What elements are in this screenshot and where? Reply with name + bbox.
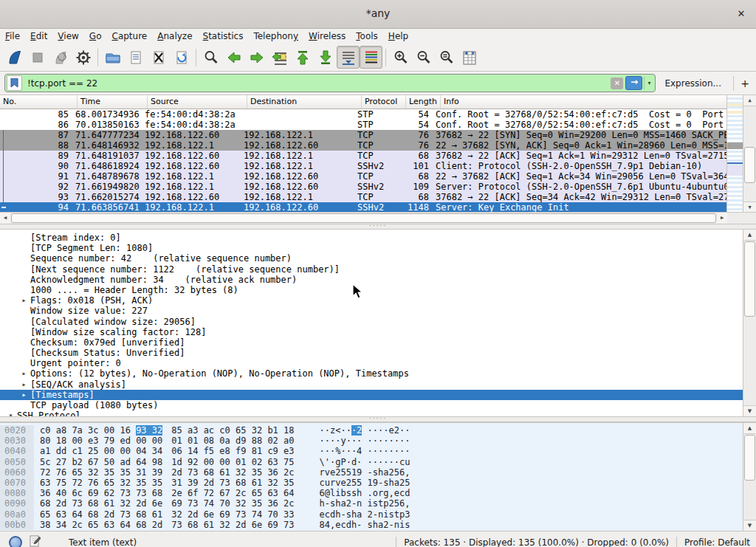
- detail-line[interactable]: ▸[SEQ/ACK analysis]: [0, 379, 743, 390]
- packet-list-hscrollbar[interactable]: ◀ ▶: [0, 212, 727, 224]
- details-vscrollbar[interactable]: ▲ ▼: [743, 230, 756, 416]
- scrollbar-thumb[interactable]: [744, 435, 755, 481]
- filter-history-chevron-icon[interactable]: ▾: [644, 77, 653, 89]
- resize-columns-icon[interactable]: [458, 46, 481, 69]
- detail-line[interactable]: [Checksum Status: Unverified]: [0, 348, 743, 358]
- scrollbar-thumb[interactable]: [744, 241, 755, 317]
- hex-row-0040[interactable]: 0040a1 dd c1 25 00 00 04 3406 14 f5 e8 f…: [0, 446, 743, 456]
- packet-row-94[interactable]: 9471.663856741192.168.122.1192.168.122.6…: [0, 202, 727, 213]
- packet-row-87[interactable]: 8771.647777234192.168.122.60192.168.122.…: [0, 130, 727, 140]
- filter-clear-icon[interactable]: ✕: [611, 78, 623, 89]
- go-to-bottom-icon[interactable]: [314, 46, 337, 69]
- reload-file-icon[interactable]: [170, 46, 193, 69]
- pane-splitter[interactable]: ·····: [0, 416, 756, 422]
- detail-line[interactable]: Urgent pointer: 0: [0, 358, 743, 368]
- hex-row-0080[interactable]: 008036 40 6c 69 62 73 73 682e 6f 72 67 2…: [0, 488, 743, 498]
- detail-line[interactable]: Acknowledgment number: 34 (relative ack …: [0, 275, 743, 285]
- go-to-packet-icon[interactable]: [268, 46, 291, 69]
- detail-line[interactable]: ▸[Timestamps]: [0, 390, 743, 400]
- scroll-up-icon[interactable]: ▲: [743, 95, 756, 106]
- display-filter-input[interactable]: [26, 74, 611, 92]
- detail-line[interactable]: [Calculated window size: 29056]: [0, 317, 743, 327]
- go-forward-icon[interactable]: [245, 46, 268, 69]
- save-file-icon[interactable]: [124, 46, 147, 69]
- display-filter-box[interactable]: ✕ → ▾: [4, 74, 656, 92]
- close-icon[interactable]: ✕: [734, 7, 749, 21]
- hex-row-0020[interactable]: 0020c0 a8 7a 3c 00 16 93 3285 a3 ac c0 6…: [0, 425, 743, 436]
- restart-capture-icon[interactable]: [49, 46, 72, 69]
- menu-go[interactable]: Go: [84, 29, 107, 44]
- detail-line[interactable]: TCP payload (1080 bytes): [0, 400, 743, 410]
- detail-line[interactable]: ▸Flags: 0x018 (PSH, ACK): [0, 295, 743, 306]
- hex-row-00a0[interactable]: 00a065 63 64 68 2d 73 68 6132 2d 6e 69 7…: [0, 509, 743, 520]
- pane-splitter[interactable]: ·····: [0, 224, 756, 230]
- expanded-chevron-icon[interactable]: ▾: [4, 410, 17, 416]
- column-header-time[interactable]: Time: [78, 95, 148, 109]
- scroll-left-icon[interactable]: ◀: [0, 213, 10, 224]
- packet-row-93[interactable]: 9371.662015274192.168.122.60192.168.122.…: [0, 192, 727, 202]
- scroll-down-icon[interactable]: ▼: [743, 520, 756, 531]
- detail-line[interactable]: [Stream index: 0]: [0, 233, 743, 243]
- capture-options-icon[interactable]: [72, 46, 94, 69]
- packet-list-vscrollbar[interactable]: ▲ ▼: [743, 95, 756, 213]
- menu-telephony[interactable]: Telephony: [248, 29, 303, 44]
- menu-statistics[interactable]: Statistics: [198, 29, 249, 44]
- expression-button[interactable]: Expression...: [664, 78, 721, 89]
- zoom-in-icon[interactable]: [389, 46, 412, 69]
- auto-scroll-icon[interactable]: [337, 46, 360, 69]
- column-header-protocol[interactable]: Protocol: [362, 95, 406, 109]
- close-file-icon[interactable]: [147, 46, 170, 69]
- profile-label[interactable]: Profile: Default: [684, 537, 750, 547]
- column-header-source[interactable]: Source: [148, 95, 247, 109]
- zoom-original-icon[interactable]: [435, 46, 458, 69]
- collapsed-chevron-icon[interactable]: ▸: [18, 368, 30, 379]
- menu-capture[interactable]: Capture: [106, 29, 152, 44]
- find-packet-icon[interactable]: [199, 46, 222, 69]
- add-filter-button[interactable]: +: [738, 78, 752, 89]
- packet-row-86[interactable]: 8670.013850163fe:54:00:d4:38:2aSTP54Conf…: [0, 120, 727, 130]
- open-file-icon[interactable]: [101, 46, 124, 69]
- scrollbar-thumb[interactable]: [744, 147, 755, 183]
- packet-row-92[interactable]: 9271.661949820192.168.122.1192.168.122.6…: [0, 182, 727, 192]
- column-header-length[interactable]: Length: [406, 95, 441, 109]
- packet-row-91[interactable]: 9171.648789678192.168.122.1192.168.122.6…: [0, 171, 727, 182]
- detail-line[interactable]: 1000 .... = Header Length: 32 bytes (8): [0, 285, 743, 295]
- menu-analyze[interactable]: Analyze: [152, 29, 197, 44]
- menu-wireless[interactable]: Wireless: [303, 29, 351, 44]
- collapsed-chevron-icon[interactable]: ▸: [18, 295, 30, 306]
- packet-row-89[interactable]: 8971.648191037192.168.122.60192.168.122.…: [0, 151, 727, 161]
- collapsed-chevron-icon[interactable]: ▸: [18, 390, 30, 400]
- hex-row-0030[interactable]: 003080 18 00 e3 79 ed 00 0001 01 08 0a d…: [0, 436, 743, 446]
- go-back-icon[interactable]: [222, 46, 245, 69]
- go-to-top-icon[interactable]: [291, 46, 314, 69]
- detail-line[interactable]: ▾SSH Protocol: [0, 410, 743, 416]
- hex-row-00b0[interactable]: 00b038 34 2c 65 63 64 68 2d73 68 61 32 2…: [0, 520, 743, 530]
- collapsed-chevron-icon[interactable]: ▸: [18, 379, 30, 390]
- bytes-vscrollbar[interactable]: ▲ ▼: [743, 423, 756, 531]
- menu-tools[interactable]: Tools: [351, 29, 383, 44]
- menu-file[interactable]: File: [0, 29, 25, 44]
- capture-comment-icon[interactable]: [30, 535, 41, 547]
- colorize-icon[interactable]: [360, 46, 382, 69]
- packet-row-85[interactable]: 8568.001734936fe:54:00:d4:38:2aSTP54Conf…: [0, 109, 727, 120]
- detail-line[interactable]: [Next sequence number: 1122 (relative se…: [0, 264, 743, 275]
- scroll-down-icon[interactable]: ▼: [743, 405, 756, 416]
- detail-line[interactable]: Window size value: 227: [0, 306, 743, 316]
- column-header-info[interactable]: Info: [441, 95, 727, 109]
- menu-help[interactable]: Help: [383, 29, 413, 44]
- hex-row-0060[interactable]: 006072 76 65 32 35 35 31 392d 73 68 61 3…: [0, 467, 743, 478]
- detail-line[interactable]: Checksum: 0x79ed [unverified]: [0, 337, 743, 348]
- scroll-right-icon[interactable]: ▶: [717, 213, 727, 224]
- start-capture-icon[interactable]: [3, 46, 26, 69]
- column-header-destination[interactable]: Destination: [247, 95, 362, 109]
- expert-info-icon[interactable]: [9, 536, 22, 547]
- filter-bookmark-icon[interactable]: [7, 75, 22, 91]
- hex-row-0090[interactable]: 009068 2d 73 68 61 32 2d 6e69 73 74 70 3…: [0, 498, 743, 509]
- detail-line[interactable]: ▸Options: (12 bytes), No-Operation (NOP)…: [0, 368, 743, 379]
- menu-view[interactable]: View: [52, 29, 83, 44]
- scroll-up-icon[interactable]: ▲: [743, 423, 756, 434]
- scrollbar-thumb[interactable]: [11, 213, 716, 223]
- packet-row-88[interactable]: 8871.648146932192.168.122.1192.168.122.6…: [0, 140, 727, 151]
- detail-line[interactable]: Sequence number: 42 (relative sequence n…: [0, 253, 743, 264]
- scroll-down-icon[interactable]: ▼: [743, 202, 756, 213]
